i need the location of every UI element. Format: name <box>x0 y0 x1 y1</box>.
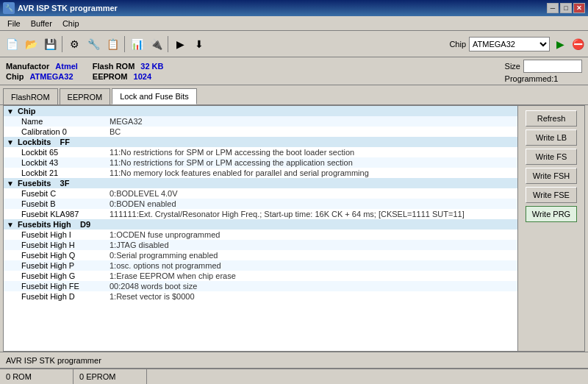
eeprom-row: EEPROM 1024 <box>93 72 164 81</box>
tool-btn-1[interactable]: ⚙ <box>65 35 83 53</box>
fuse-table: ▼ ChipNameMEGA32Calibration 0BC▼ Lockbit… <box>4 106 517 302</box>
row-name: Fusebit B <box>4 199 92 209</box>
programmed-row: Programmed:1 <box>505 74 582 83</box>
row-value: MEGA32 <box>92 116 517 127</box>
menu-file[interactable]: File <box>3 18 25 29</box>
row-name: Fusebit High Q <box>4 250 92 260</box>
minimize-button[interactable]: ─ <box>547 3 559 13</box>
row-value: 1:osc. options not programmed <box>92 260 517 271</box>
row-name: Lockbit 21 <box>4 168 92 178</box>
row-value: 1:Erase EEPROM when chip erase <box>92 271 517 281</box>
rom-status: 0 ROM <box>0 369 74 384</box>
table-row: Lockbit 2111:No memory lock features ena… <box>4 168 517 178</box>
eeprom-label: EEPROM <box>93 72 128 81</box>
write-fsh-button[interactable]: Write FSH <box>526 168 577 184</box>
collapse-icon[interactable]: ▼ <box>7 221 15 229</box>
table-row: Fusebit B0:BODEN enabled <box>4 199 517 209</box>
size-row: Size <box>505 60 582 73</box>
table-row: Fusebit C0:BODLEVEL 4.0V <box>4 188 517 199</box>
eprom-status: 0 EPROM <box>74 369 147 384</box>
chip-dropdown[interactable]: ATMEGA32 <box>469 37 550 51</box>
close-button[interactable]: ✕ <box>573 3 585 13</box>
tab-lock-fuse[interactable]: Lock and Fuse Bits <box>112 88 197 104</box>
bottom-bar: 0 ROM 0 EPROM <box>0 368 588 384</box>
title-bar-left: 🔧 AVR ISP STK programmer <box>3 2 118 14</box>
tool-btn-6[interactable]: ▶ <box>171 35 189 53</box>
chip-label: Chip <box>449 40 466 49</box>
size-group: Size Programmed:1 <box>505 60 582 83</box>
chip-info-label: Chip <box>6 72 24 81</box>
row-name: Fusebit High D <box>4 291 92 302</box>
chip-info-icon[interactable]: ▶ <box>553 37 567 51</box>
tab-flashrom[interactable]: FlashROM <box>3 88 58 104</box>
collapse-icon[interactable]: ▼ <box>7 138 15 146</box>
table-row: NameMEGA32 <box>4 116 517 127</box>
toolbar-separator-3 <box>168 36 168 52</box>
table-row: Calibration 0BC <box>4 127 517 137</box>
title-bar-controls[interactable]: ─ □ ✕ <box>547 3 585 13</box>
eprom-value: 0 EPROM <box>79 372 116 381</box>
row-value: 11:No restrictions for SPM or LPM access… <box>92 147 517 157</box>
row-value: 0:Serial programming enabled <box>92 250 517 260</box>
row-value: BC <box>92 127 517 137</box>
table-row: Fusebit High P1:osc. options not program… <box>4 260 517 271</box>
tool-btn-3[interactable]: 📋 <box>104 35 121 53</box>
toolbar: 📄 📂 💾 ⚙ 🔧 📋 📊 🔌 ▶ ⬇ Chip ATMEGA32 ▶ ⛔ <box>0 31 588 57</box>
collapse-icon[interactable]: ▼ <box>7 107 15 115</box>
menu-chip[interactable]: Chip <box>58 18 84 29</box>
menu-buffer[interactable]: Buffer <box>26 18 57 29</box>
row-name: Lockbit 43 <box>4 157 92 168</box>
tool-btn-4[interactable]: 📊 <box>128 35 146 53</box>
refresh-button[interactable]: Refresh <box>526 110 577 127</box>
section-header-lockbits: ▼ Lockbits FF <box>4 137 517 147</box>
table-row: Fusebit High I1:OCDEN fuse unprogrammed <box>4 230 517 240</box>
row-name: Fusebit High I <box>4 230 92 240</box>
table-row: Lockbit 6511:No restrictions for SPM or … <box>4 147 517 157</box>
status-text: AVR ISP STK programmer <box>6 356 101 365</box>
manufacturer-label: Manufactor <box>6 62 49 71</box>
row-name: Lockbit 65 <box>4 147 92 157</box>
maximize-button[interactable]: □ <box>560 3 572 13</box>
chip-stop-icon[interactable]: ⛔ <box>570 37 585 51</box>
collapse-icon[interactable]: ▼ <box>7 179 15 188</box>
table-row: Fusebit High D1:Reset vector is $0000 <box>4 291 517 302</box>
menu-bar: File Buffer Chip <box>0 16 588 31</box>
row-name: Fusebit High H <box>4 240 92 250</box>
right-panel: Refresh Write LB Write FS Write FSH Writ… <box>518 106 584 351</box>
row-value: 0:BODLEVEL 4.0V <box>92 188 517 199</box>
save-button[interactable]: 💾 <box>41 35 59 53</box>
section-header-chip: ▼ Chip <box>4 106 517 116</box>
write-lb-button[interactable]: Write LB <box>526 129 577 146</box>
tab-bar: FlashROM EEPROM Lock and Fuse Bits <box>0 85 588 105</box>
write-prg-button[interactable]: Write PRG <box>526 206 577 222</box>
write-fs-button[interactable]: Write FS <box>526 149 577 165</box>
app-title: AVR ISP STK programmer <box>18 4 118 13</box>
size-label: Size <box>505 62 520 71</box>
tool-btn-7[interactable]: ⬇ <box>190 35 208 53</box>
row-value: 0:BODEN enabled <box>92 199 517 209</box>
manufacturer-value: Atmel <box>55 62 78 71</box>
row-name: Fusebit C <box>4 188 92 199</box>
new-button[interactable]: 📄 <box>3 35 21 53</box>
tab-eeprom[interactable]: EEPROM <box>60 88 111 104</box>
tool-btn-5[interactable]: 🔌 <box>147 35 165 53</box>
flashrom-row: Flash ROM 32 KB <box>93 62 164 71</box>
data-table[interactable]: ▼ ChipNameMEGA32Calibration 0BC▼ Lockbit… <box>4 106 518 351</box>
write-fse-button[interactable]: Write FSE <box>526 187 577 203</box>
table-row: Fusebit High H1:JTAG disabled <box>4 240 517 250</box>
row-value: 1:OCDEN fuse unprogrammed <box>92 230 517 240</box>
row-name: Fusebit KLA987 <box>4 209 92 219</box>
table-row: Fusebit High FE00:2048 words boot size <box>4 281 517 291</box>
open-button[interactable]: 📂 <box>22 35 40 53</box>
tool-btn-2[interactable]: 🔧 <box>85 35 102 53</box>
flashrom-label: Flash ROM <box>93 62 135 71</box>
row-name: Fusebit High FE <box>4 281 92 291</box>
row-value: 11:No memory lock features enabled for p… <box>92 168 517 178</box>
title-bar: 🔧 AVR ISP STK programmer ─ □ ✕ <box>0 0 588 16</box>
size-input[interactable] <box>523 60 582 73</box>
section-header-fusebitsHigh: ▼ Fusebits High D9 <box>4 219 517 230</box>
row-value: 111111:Ext. Crystal/Resonator High Freq.… <box>92 209 517 219</box>
table-row: Fusebit High G1:Erase EEPROM when chip e… <box>4 271 517 281</box>
section-header-fusebits: ▼ Fusebits 3F <box>4 178 517 188</box>
table-row: Lockbit 4311:No restrictions for SPM or … <box>4 157 517 168</box>
